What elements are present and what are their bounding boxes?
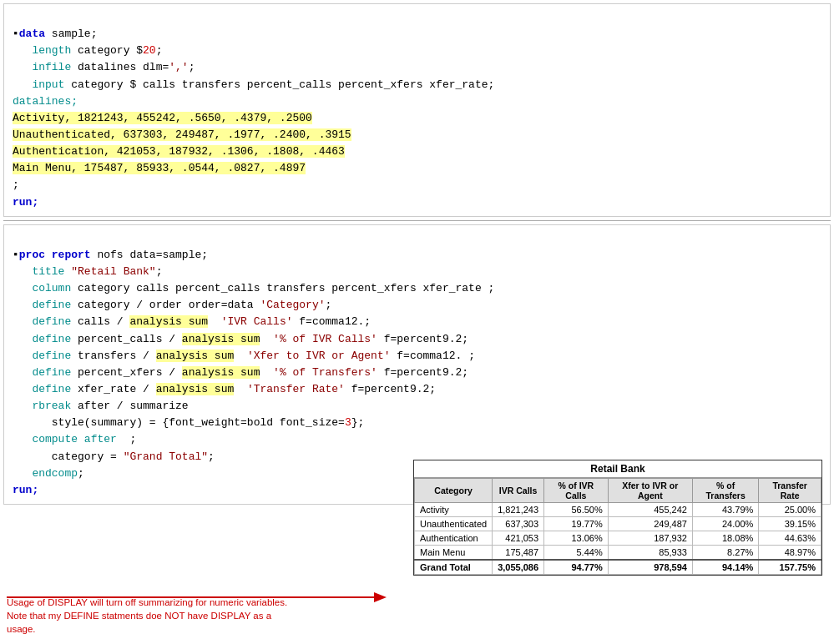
kw-datalines: datalines; xyxy=(13,95,78,108)
total-cell-c5: 157.75% xyxy=(759,560,821,575)
col-header-pct-transfers: % of Transfers xyxy=(692,479,758,503)
proc-code: ▪proc report nofs data=sample; title "Re… xyxy=(13,230,821,499)
kw-column: column xyxy=(13,282,71,294)
kw-run1: run; xyxy=(13,196,38,209)
report-table: Category IVR Calls % of IVR Calls Xfer t… xyxy=(414,478,821,575)
total-cell-c0: Grand Total xyxy=(415,560,493,575)
cell-r3-c4: 8.27% xyxy=(692,546,758,561)
kw-define-pct-xfers: define xyxy=(13,366,71,379)
data-step: ▪data sample; length category $20; infil… xyxy=(13,9,821,211)
arrow-graphic xyxy=(7,581,407,614)
hl-analysis-sum-4: analysis sum xyxy=(182,366,260,379)
hl-analysis-sum-2: analysis sum xyxy=(182,333,260,345)
val-20: 20 xyxy=(143,44,156,57)
hl-analysis-sum-1: analysis sum xyxy=(129,315,208,328)
kw-infile: infile xyxy=(13,61,71,73)
kw-define-xfer-rate: define xyxy=(13,383,71,395)
total-row: Grand Total3,055,08694.77%978,59494.14%1… xyxy=(415,560,821,575)
cell-r1-c1: 637,303 xyxy=(493,517,544,531)
kw-title: title xyxy=(13,265,64,278)
cell-r0-c0: Activity xyxy=(415,503,493,517)
total-cell-c3: 978,594 xyxy=(608,560,692,575)
data-line-1: Activity, 1821243, 455242, .5650, .4379,… xyxy=(13,112,312,124)
cell-r3-c5: 48.97% xyxy=(759,546,821,561)
hl-analysis-sum-5: analysis sum xyxy=(156,383,235,395)
str-dlm: ',' xyxy=(169,61,188,73)
col-header-category: Category xyxy=(415,479,493,503)
cell-r2-c1: 421,053 xyxy=(493,531,544,546)
kw-endcomp: endcomp xyxy=(13,467,78,480)
report-title: Retail Bank xyxy=(414,460,821,478)
cell-r3-c0: Main Menu xyxy=(415,546,493,561)
col-header-pct-ivr: % of IVR Calls xyxy=(544,479,609,503)
table-row: Authentication421,05313.06%187,93218.08%… xyxy=(415,531,821,546)
kw-data: data xyxy=(19,28,45,40)
cell-r1-c0: Unauthenticated xyxy=(415,517,493,531)
cell-r2-c4: 18.08% xyxy=(692,531,758,546)
cell-r0-c5: 25.00% xyxy=(759,503,821,517)
kw-after: after xyxy=(84,433,117,445)
cell-r2-c0: Authentication xyxy=(415,531,493,546)
kw-rbreak: rbreak xyxy=(13,400,71,412)
cell-r2-c3: 187,932 xyxy=(608,531,692,546)
data-line-2: Unauthenticated, 637303, 249487, .1977, … xyxy=(13,128,351,141)
report-table-wrapper: Retail Bank Category IVR Calls % of IVR … xyxy=(413,460,822,576)
col-header-transfer-rate: Transfer Rate xyxy=(759,479,821,503)
cell-r0-c1: 1,821,243 xyxy=(493,503,544,517)
semi-line: ; xyxy=(13,179,19,191)
str-transfer-rate: 'Transfer Rate' xyxy=(247,383,345,395)
cell-r2-c5: 44.63% xyxy=(759,531,821,546)
str-title: "Retail Bank" xyxy=(71,265,155,278)
val-3: 3 xyxy=(345,416,351,429)
total-cell-c2: 94.77% xyxy=(544,560,609,575)
cell-r3-c1: 175,487 xyxy=(493,546,544,561)
cell-r1-c3: 249,487 xyxy=(608,517,692,531)
cell-r0-c3: 455,242 xyxy=(608,503,692,517)
bullet-proc: ▪ xyxy=(13,249,19,261)
cell-r0-c4: 43.79% xyxy=(692,503,758,517)
str-xfer-agent: 'Xfer to IVR or Agent' xyxy=(247,350,391,362)
cell-r1-c2: 19.77% xyxy=(544,517,609,531)
kw-define-pct-calls: define xyxy=(13,333,71,345)
cell-r1-c5: 39.15% xyxy=(759,517,821,531)
svg-marker-1 xyxy=(374,592,387,602)
kw-define-calls: define xyxy=(13,315,71,328)
kw-run2: run; xyxy=(13,484,38,496)
total-cell-c4: 94.14% xyxy=(692,560,758,575)
cell-r1-c4: 24.00% xyxy=(692,517,758,531)
data-line-3: Authentication, 421053, 187932, .1306, .… xyxy=(13,145,345,158)
kw-define-transfers: define xyxy=(13,350,71,362)
kw-compute: compute xyxy=(13,433,78,445)
total-cell-c1: 3,055,086 xyxy=(493,560,544,575)
bullet-data: ▪ xyxy=(13,28,19,40)
str-category: 'Category' xyxy=(260,299,325,311)
data-line-4: Main Menu, 175487, 85933, .0544, .0827, … xyxy=(13,162,306,174)
table-header-row: Category IVR Calls % of IVR Calls Xfer t… xyxy=(415,479,821,503)
table-row: Main Menu175,4875.44%85,9338.27%48.97% xyxy=(415,546,821,561)
str-grand-total: "Grand Total" xyxy=(124,450,208,463)
code-editor: ▪data sample; length category $20; infil… xyxy=(3,3,831,217)
table-row: Activity1,821,24356.50%455,24243.79%25.0… xyxy=(415,503,821,517)
col-header-ivr-calls: IVR Calls xyxy=(493,479,544,503)
kw-length: length xyxy=(13,44,71,57)
section-divider xyxy=(3,220,831,221)
cell-r2-c2: 13.06% xyxy=(544,531,609,546)
hl-analysis-sum-3: analysis sum xyxy=(156,350,235,362)
table-row: Unauthenticated637,30319.77%249,48724.00… xyxy=(415,517,821,531)
kw-input: input xyxy=(13,78,64,91)
cell-r3-c3: 85,933 xyxy=(608,546,692,561)
col-header-xfer: Xfer to IVR or Agent xyxy=(608,479,692,503)
str-pct-transfers: '% of Transfers' xyxy=(273,366,377,379)
cell-r3-c2: 5.44% xyxy=(544,546,609,561)
kw-proc: proc report xyxy=(19,249,91,261)
str-ivr-calls: 'IVR Calls' xyxy=(221,315,293,328)
cell-r0-c2: 56.50% xyxy=(544,503,609,517)
kw-define-cat: define xyxy=(13,299,71,311)
str-pct-ivr: '% of IVR Calls' xyxy=(273,333,377,345)
